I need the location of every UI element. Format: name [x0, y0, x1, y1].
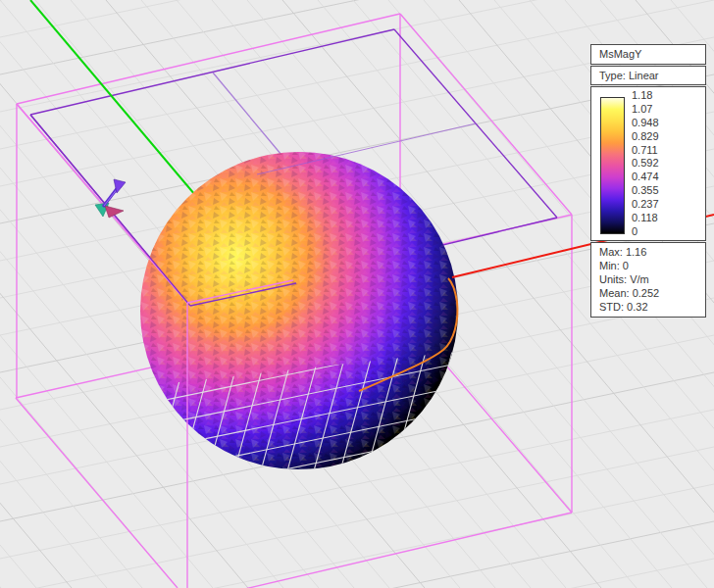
colorbar-tick-label: 0	[632, 226, 659, 237]
colorbar-tick-label: 0.474	[632, 172, 659, 182]
colorbar-tick-labels: 1.181.070.9480.8290.7110.5920.4740.3550.…	[632, 90, 659, 237]
colorbar-tick-label: 1.18	[632, 90, 659, 101]
legend-scale-type-box: Type: Linear	[590, 66, 706, 85]
legend-title: MsMagY	[599, 49, 641, 60]
legend-stat-line: Max: 1.16	[599, 247, 705, 258]
colorbar-tick-label: 0.829	[632, 131, 659, 142]
legend-stat-line: STD: 0.32	[599, 302, 705, 313]
results-legend-panel[interactable]: MsMagY Type: Linear 1.181.070.9480.8290.…	[590, 44, 706, 318]
legend-scale-type: Type: Linear	[599, 71, 659, 81]
legend-stat-line: Mean: 0.252	[599, 288, 705, 299]
legend-title-box: MsMagY	[590, 44, 706, 65]
colorbar-gradient	[600, 97, 625, 234]
legend-colorbar-box: 1.181.070.9480.8290.7110.5920.4740.3550.…	[590, 86, 706, 241]
colorbar-tick-label: 0.355	[632, 185, 659, 196]
legend-stat-line: Min: 0	[599, 261, 705, 271]
colorbar-tick-label: 0.237	[632, 199, 659, 210]
3d-viewport[interactable]: MsMagY Type: Linear 1.181.070.9480.8290.…	[0, 0, 714, 588]
colorbar-tick-label: 0.118	[632, 213, 659, 223]
legend-stats-box: Max: 1.16Min: 0Units: V/mMean: 0.252STD:…	[590, 242, 706, 318]
colorbar-tick-label: 0.592	[632, 158, 659, 169]
colorbar-tick-label: 0.948	[632, 118, 659, 128]
colorbar-tick-label: 1.07	[632, 104, 659, 115]
legend-stat-line: Units: V/m	[599, 274, 705, 285]
colorbar-tick-label: 0.711	[632, 145, 659, 156]
